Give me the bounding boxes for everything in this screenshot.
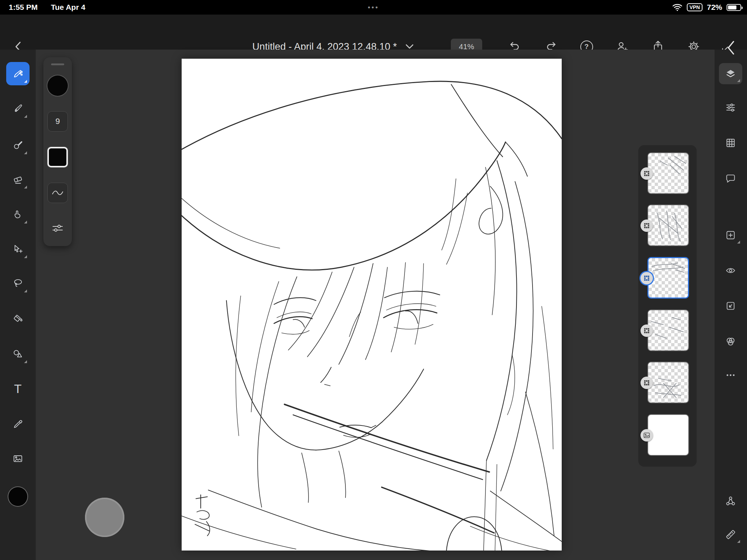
eraser-icon (12, 174, 23, 185)
wifi-icon (672, 3, 682, 12)
layer-type-badge[interactable] (640, 219, 653, 232)
fresco-app: 1:55 PM Tue Apr 4 ••• VPN 72% Untitled -… (0, 0, 747, 560)
panel-drag-handle[interactable] (51, 63, 64, 65)
layer-type-badge[interactable] (640, 272, 653, 284)
pixel-layer-icon (644, 223, 650, 229)
sidebar-tool-add-layer[interactable] (719, 225, 742, 246)
paint-mixer-brush-icon (12, 140, 23, 151)
add-layer-icon (725, 230, 736, 241)
smoothing-button[interactable] (47, 183, 68, 203)
canvas-sketch (182, 59, 562, 551)
wave-icon (51, 189, 64, 197)
fill-bucket-icon (12, 312, 23, 323)
grid-icon (725, 137, 736, 148)
share-session-icon (725, 495, 736, 506)
brush-size-value: 9 (55, 117, 60, 126)
pixel-layer-icon (644, 380, 650, 386)
battery-fill (728, 5, 736, 9)
tool-paint-fill[interactable] (6, 306, 30, 330)
tool-eraser[interactable] (6, 168, 30, 191)
tool-place-image[interactable] (6, 447, 30, 470)
tool-live-brush[interactable] (6, 97, 30, 120)
brush-color-indicator[interactable] (47, 75, 68, 96)
lasso-icon (12, 278, 23, 289)
eyedropper-icon (12, 419, 23, 430)
pixel-layer-icon (644, 328, 650, 334)
comment-bubble-icon (725, 173, 736, 184)
ruler-icon (725, 529, 736, 540)
layer-thumbnail[interactable] (647, 205, 689, 246)
layer-type-badge[interactable] (640, 377, 653, 389)
tool-mixer-brush[interactable] (6, 133, 30, 157)
sidebar-tool-adjustments[interactable] (719, 97, 742, 118)
active-color-icon (8, 487, 27, 506)
layer-row-3[interactable] (638, 257, 697, 300)
tool-pixel-brush[interactable] (6, 62, 30, 85)
layers-icon (725, 68, 736, 79)
layer-row-5[interactable] (638, 362, 697, 405)
chevron-down-icon[interactable] (405, 43, 414, 50)
tool-shapes[interactable] (6, 342, 30, 366)
smudge-finger-icon (12, 209, 23, 220)
color-swatch[interactable] (47, 147, 68, 167)
pixel-layer-icon (644, 171, 650, 176)
move-cursor-icon (12, 244, 23, 254)
layer-row-2[interactable] (638, 205, 697, 248)
multitask-dots[interactable]: ••• (0, 0, 747, 15)
sidebar-tool-share-session[interactable] (719, 490, 742, 512)
sidebar-tool-color-blend[interactable] (719, 331, 742, 352)
sidebar-tool-ruler[interactable] (719, 524, 742, 545)
title-bar: Untitled - April 4, 2023 12.48.10 * 41% … (0, 15, 747, 50)
sidebar-tool-send-layer[interactable] (719, 295, 742, 316)
text-tool-icon: T (14, 382, 22, 395)
brush-size-button[interactable]: 9 (47, 111, 68, 132)
vpn-badge: VPN (687, 3, 703, 11)
shapes-icon (12, 349, 23, 359)
sidebar-tool-comment[interactable] (719, 168, 742, 189)
drawing-canvas[interactable] (182, 59, 562, 551)
battery-percent: 72% (707, 3, 722, 12)
layer-thumbnail[interactable] (647, 414, 689, 456)
more-dots-icon (725, 370, 736, 381)
layer-thumbnail[interactable] (647, 310, 689, 351)
tool-text[interactable]: T (6, 377, 30, 400)
layer-thumbnail[interactable] (647, 257, 689, 299)
eye-icon (725, 265, 736, 276)
tool-options-panel: 9 (43, 57, 72, 246)
layer-type-badge[interactable] (640, 324, 653, 337)
watercolor-brush-icon (12, 103, 23, 114)
sliders-icon (51, 223, 64, 233)
tool-lasso-select[interactable] (6, 272, 30, 295)
battery-icon (727, 4, 741, 11)
layer-type-badge[interactable] (640, 167, 653, 180)
status-bar: 1:55 PM Tue Apr 4 ••• VPN 72% (0, 0, 747, 15)
brush-settings-button[interactable] (48, 218, 67, 238)
layer-thumbnail[interactable] (647, 362, 689, 403)
sidebar-collapse-button[interactable] (725, 39, 736, 56)
layer-row-4[interactable] (638, 310, 697, 353)
sidebar-tool-grid[interactable] (719, 132, 742, 153)
tool-smudge[interactable] (6, 203, 30, 226)
tool-eyedropper[interactable] (6, 413, 30, 436)
pixel-layer-icon (644, 275, 650, 281)
touch-shortcut-button[interactable] (85, 498, 124, 537)
adjustments-icon (725, 102, 736, 113)
pixel-brush-icon (12, 68, 23, 79)
sidebar-tool-more[interactable] (719, 365, 742, 386)
image-icon (12, 453, 23, 464)
tool-color-puck[interactable] (6, 485, 30, 508)
left-toolbar (0, 50, 36, 560)
layer-row-6[interactable] (638, 414, 697, 457)
layer-row-1[interactable] (638, 152, 697, 195)
sidebar-tool-layers[interactable] (719, 63, 742, 84)
chevron-left-icon (725, 39, 736, 56)
color-blend-icon (725, 336, 736, 347)
sidebar-tool-visibility[interactable] (719, 260, 742, 281)
layer-thumbnail[interactable] (647, 152, 689, 194)
image-layer-icon (643, 432, 650, 438)
layer-type-badge[interactable] (640, 429, 653, 442)
send-layer-icon (725, 300, 736, 311)
tool-transform-move[interactable] (6, 237, 30, 261)
